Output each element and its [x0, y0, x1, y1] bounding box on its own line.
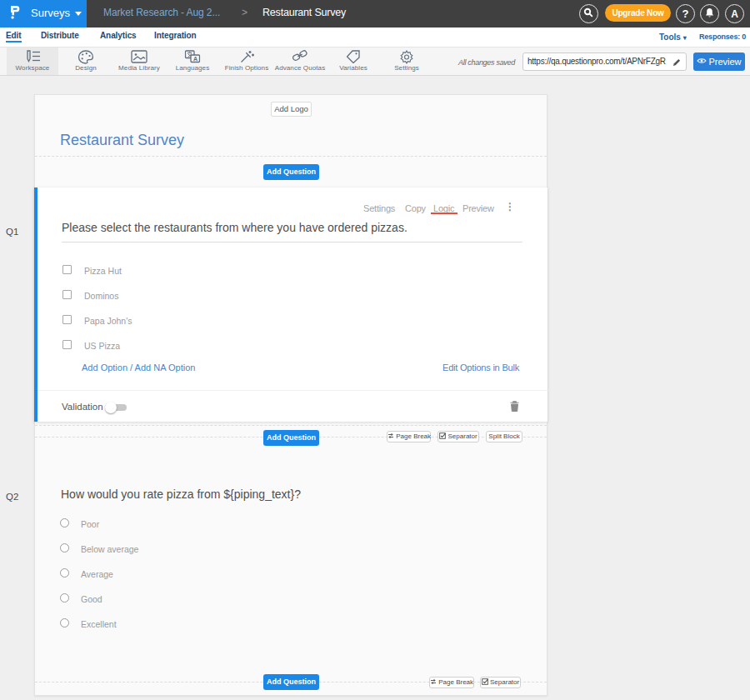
svg-text:A: A — [193, 56, 198, 62]
